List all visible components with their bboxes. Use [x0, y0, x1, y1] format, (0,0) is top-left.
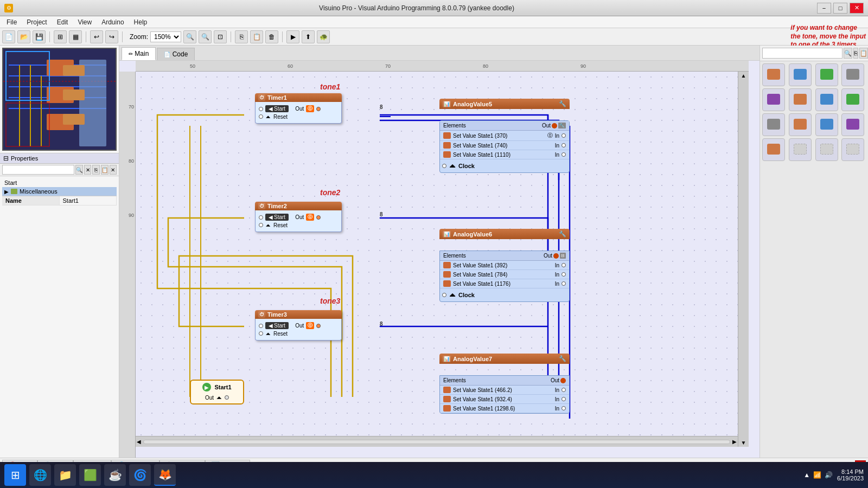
- analog5-row1-dot: [561, 133, 566, 138]
- prop-clear-btn[interactable]: ✕: [84, 165, 91, 175]
- tree-item-misc[interactable]: ▶ Miscellaneous: [2, 187, 117, 196]
- rp-item-12[interactable]: [841, 113, 864, 136]
- analog5-node-icon: 📊: [443, 101, 451, 107]
- analog6-out-label: Out: [544, 253, 552, 259]
- taskbar-browser2[interactable]: 🌀: [129, 464, 151, 486]
- zoom-in-button[interactable]: 🔍: [183, 30, 196, 43]
- scroll-bottom[interactable]: ◀ ▶: [136, 436, 738, 447]
- rp-item-7[interactable]: [815, 88, 838, 111]
- timer1-reset-label: Reset: [273, 114, 288, 120]
- analog5-header-node: 📊 AnalogValue5 🔧: [439, 99, 570, 109]
- rp-item-2[interactable]: [789, 63, 812, 86]
- analog6-node-icon: 📊: [443, 231, 451, 237]
- zoom-label: Zoom:: [130, 33, 148, 41]
- rp-item-11[interactable]: [815, 113, 838, 136]
- scroll-right[interactable]: ▲ ▼: [738, 72, 749, 447]
- analog5-row1-label: Set Value State1 (370): [453, 133, 507, 139]
- tab-code[interactable]: 📄 Code: [157, 48, 195, 60]
- analog5-panel: Elements Out 🔧 Set Value State1 (370) ⓪ …: [439, 120, 570, 173]
- prop-search-btn[interactable]: 🔍: [75, 165, 83, 175]
- tree-item-misc-label: Miscellaneous: [20, 188, 58, 195]
- analog5-row1: Set Value State1 (370) ⓪ In: [440, 131, 569, 141]
- scroll-up[interactable]: ▲: [741, 73, 746, 79]
- taskbar-store[interactable]: 🟩: [79, 464, 101, 486]
- rp-item-8[interactable]: [841, 88, 864, 111]
- upload-button[interactable]: ⬆: [302, 30, 315, 43]
- save-button[interactable]: 💾: [33, 30, 46, 43]
- taskbar: ⊞ 🌐 📁 🟩 ☕ 🌀 🦊 ▲ 📶 🔊 8:14 PM 6/19/2023: [0, 462, 868, 488]
- scroll-down[interactable]: ▼: [741, 440, 746, 446]
- maximize-button[interactable]: □: [833, 3, 847, 14]
- taskbar-edge[interactable]: 🌐: [29, 464, 51, 486]
- rp-item-9[interactable]: [762, 113, 785, 136]
- right-search-icon[interactable]: 🔍: [844, 48, 852, 59]
- analog7-wrench-header[interactable]: 🔧: [559, 355, 566, 362]
- name-value-cell[interactable]: Start1: [60, 196, 117, 206]
- menu-edit[interactable]: Edit: [53, 17, 73, 27]
- zoom-fit-button[interactable]: ⊡: [214, 30, 227, 43]
- layout-button[interactable]: ▦: [69, 30, 82, 43]
- menu-file[interactable]: File: [2, 17, 21, 27]
- scroll-right-btn[interactable]: ▶: [732, 439, 737, 445]
- settings-button[interactable]: 🐢: [317, 30, 330, 43]
- rp-item-1[interactable]: [762, 63, 785, 86]
- menu-project[interactable]: Project: [22, 17, 51, 27]
- compile-button[interactable]: ▶: [286, 30, 299, 43]
- close-button[interactable]: ✕: [850, 3, 864, 14]
- rp-item-13[interactable]: [762, 138, 785, 161]
- analog7-panel: Elements Out Set Value State1 (466.2) In: [439, 375, 570, 414]
- taskbar-java[interactable]: ☕: [104, 464, 126, 486]
- menu-help[interactable]: Help: [130, 17, 152, 27]
- redo-button[interactable]: ↪: [105, 30, 118, 43]
- rp-item-3[interactable]: [815, 63, 838, 86]
- menu-view[interactable]: View: [73, 17, 96, 27]
- rp-item-15[interactable]: [815, 138, 838, 161]
- paste-button[interactable]: 📋: [250, 30, 263, 43]
- analog5-wrench-header[interactable]: 🔧: [559, 100, 566, 107]
- timer1-out-dot: [316, 107, 321, 111]
- scroll-left[interactable]: ◀: [137, 439, 141, 445]
- new-button[interactable]: 📄: [2, 30, 15, 43]
- right-search-input[interactable]: [762, 48, 843, 59]
- h-scrollbar[interactable]: [143, 440, 730, 444]
- analog5-row1-port-num: ⓪: [547, 132, 553, 139]
- timer3-start-button[interactable]: ◀ Start: [265, 322, 289, 329]
- open-button[interactable]: 📂: [17, 30, 30, 43]
- delete-button[interactable]: 🗑: [265, 30, 278, 43]
- analog6-wrench-header[interactable]: 🔧: [559, 230, 566, 237]
- rp-item-6[interactable]: [789, 88, 812, 111]
- analog6-elements-label: Elements: [443, 253, 466, 259]
- taskbar-visuino[interactable]: 🦊: [154, 464, 176, 486]
- analog5-clock-icon: ⏶: [449, 162, 456, 170]
- right-copy-icon[interactable]: ⎘: [853, 48, 858, 59]
- zoom-out-button[interactable]: 🔍: [199, 30, 212, 43]
- timer1-start-button[interactable]: ◀ Start: [265, 105, 289, 112]
- canvas-container[interactable]: 50 60 70 80 90 70 80 90: [119, 61, 760, 458]
- menu-arduino[interactable]: Arduino: [97, 17, 128, 27]
- analog5-wrench[interactable]: 🔧: [558, 123, 566, 129]
- zoom-select[interactable]: 150% 100% 75% 50%: [150, 31, 181, 42]
- copy-button[interactable]: ⎘: [235, 30, 248, 43]
- tray-arrow[interactable]: ▲: [803, 471, 810, 479]
- analog5-row2-dot: [561, 143, 566, 147]
- rp-item-10[interactable]: [789, 113, 812, 136]
- timer3-num: 8: [380, 321, 383, 327]
- rp-item-14[interactable]: [789, 138, 812, 161]
- timer2-start-button[interactable]: ◀ Start: [265, 214, 289, 221]
- window-title: Visuino Pro - Visual Arduino Programming…: [16, 4, 817, 12]
- start-button[interactable]: ⊞: [4, 464, 26, 486]
- minimize-button[interactable]: −: [817, 3, 831, 14]
- timer1-start-dot: [259, 107, 263, 111]
- undo-button[interactable]: ↩: [90, 30, 103, 43]
- grid-button[interactable]: ⊞: [54, 30, 67, 43]
- properties-search[interactable]: [2, 165, 74, 175]
- rp-item-5[interactable]: [762, 88, 785, 111]
- rp-item-4[interactable]: [841, 63, 864, 86]
- prop-paste-btn[interactable]: 📋: [101, 165, 108, 175]
- prop-del-btn[interactable]: ✕: [110, 165, 117, 175]
- right-paste-icon[interactable]: 📋: [859, 48, 868, 59]
- prop-copy-btn[interactable]: ⎘: [92, 165, 99, 175]
- taskbar-explorer[interactable]: 📁: [54, 464, 76, 486]
- tab-main[interactable]: ✏ Main: [122, 47, 156, 60]
- rp-item-16[interactable]: [841, 138, 864, 161]
